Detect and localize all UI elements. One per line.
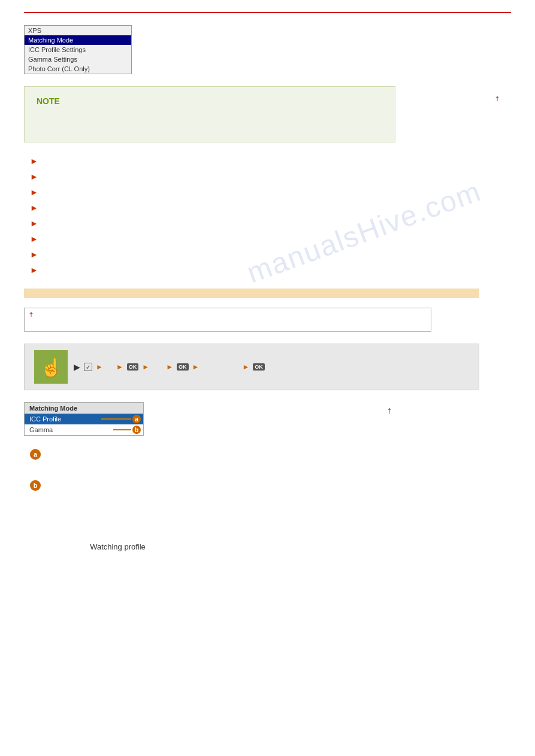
- icc-profile-indicator: [101, 418, 131, 420]
- group1-play-icon: ►: [116, 363, 123, 371]
- gamma-indicator: [113, 429, 131, 430]
- badge-a: a: [132, 415, 141, 423]
- note-box: NOTE: [24, 86, 395, 142]
- badge-b: b: [132, 426, 141, 434]
- xps-menu: XPS Matching Mode ICC Profile Settings G…: [24, 25, 132, 74]
- bullet-arrow-icon: ►: [30, 248, 38, 261]
- annotation-badge-a: a: [30, 449, 41, 460]
- bullet-arrow-icon: ►: [30, 217, 38, 230]
- step-box: †: [24, 308, 431, 332]
- checkmark-icon: ✓: [86, 364, 90, 371]
- step-dagger: †: [29, 311, 33, 318]
- xps-menu-item-gamma-settings[interactable]: Gamma Settings: [25, 54, 131, 64]
- annotation-section: a b: [24, 448, 511, 500]
- matching-menu: Matching Mode ICC Profile a Gamma b: [24, 402, 144, 436]
- annotation-badge-b: b: [30, 480, 41, 491]
- list-item: ►: [30, 154, 511, 168]
- group2-play-icon: ►: [166, 363, 173, 371]
- ok-button-1[interactable]: OK: [127, 363, 139, 371]
- group1-right-arrow: ►: [142, 363, 149, 371]
- group2-right-arrow: ►: [192, 363, 200, 371]
- second-dagger-ref: †: [388, 407, 391, 414]
- bullet-arrow-icon: ►: [30, 171, 38, 183]
- note-text: [37, 111, 383, 132]
- icc-profile-label: ICC Profile: [29, 415, 61, 423]
- xps-menu-item-photo-corr[interactable]: Photo Corr (CL Only): [25, 64, 131, 74]
- bullet-arrow-icon: ►: [30, 233, 38, 245]
- operation-bar: ☝ ▶ ✓ ► ► OK ► ► OK ► ► OK: [24, 344, 479, 390]
- list-item: ►: [30, 170, 511, 183]
- list-item: ►: [30, 201, 511, 214]
- list-item: ►: [30, 217, 511, 230]
- top-dagger-ref: †: [495, 95, 499, 102]
- list-item: ►: [30, 248, 511, 261]
- matching-menu-title: Matching Mode: [25, 403, 143, 414]
- list-item: ►: [30, 232, 511, 245]
- matching-menu-item-icc-profile[interactable]: ICC Profile a: [25, 414, 143, 424]
- xps-menu-title: XPS: [25, 26, 131, 35]
- annotation-item-a: a: [30, 448, 511, 469]
- small-arrow-icon: ►: [96, 363, 103, 371]
- bullet-arrow-icon: ►: [30, 202, 38, 214]
- gamma-label: Gamma: [29, 426, 53, 433]
- list-item: ►: [30, 263, 511, 277]
- hand-icon: ☝: [40, 357, 62, 378]
- op-controls: ▶ ✓ ► ► OK ► ► OK ► ► OK: [74, 362, 265, 372]
- group3-play-icon: ►: [242, 363, 249, 371]
- xps-menu-item-matching-mode[interactable]: Matching Mode: [25, 35, 131, 45]
- top-divider: [24, 12, 511, 13]
- matching-menu-item-gamma[interactable]: Gamma b: [25, 424, 143, 435]
- orange-bar: [24, 289, 479, 298]
- xps-menu-item-icc-profile[interactable]: ICC Profile Settings: [25, 45, 131, 54]
- ok-button-2[interactable]: OK: [177, 363, 189, 371]
- bullet-list: ► ► ► ► ► ► ► ►: [24, 154, 511, 277]
- list-item: ►: [30, 186, 511, 199]
- ok-button-3[interactable]: OK: [253, 363, 265, 371]
- bullet-arrow-icon: ►: [30, 264, 38, 277]
- bullet-arrow-icon: ►: [30, 186, 38, 199]
- bullet-arrow-icon: ►: [30, 155, 38, 168]
- note-title: NOTE: [37, 96, 383, 106]
- play-icon: ▶: [74, 362, 80, 372]
- checkbox-icon[interactable]: ✓: [84, 363, 92, 371]
- watching-profile-label: Watching profile: [65, 518, 170, 575]
- annotation-item-b: b: [30, 479, 511, 500]
- hand-icon-box: ☝: [34, 350, 68, 384]
